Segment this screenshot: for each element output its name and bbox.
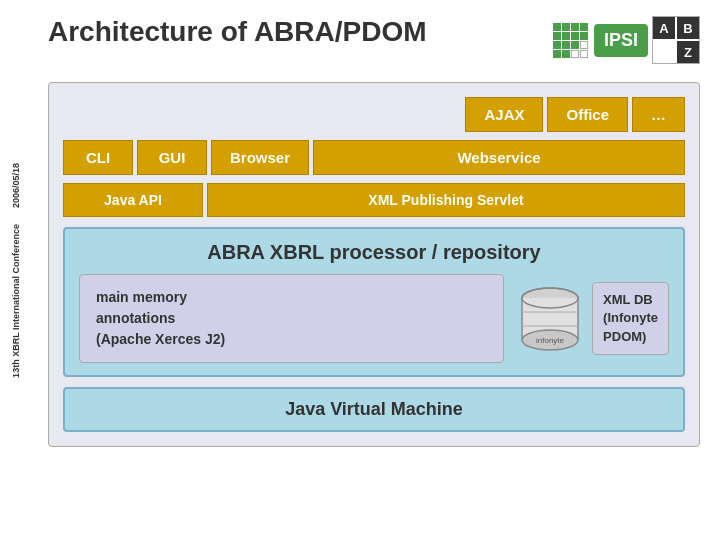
svg-text:infonyte: infonyte: [536, 336, 565, 345]
processor-title: ABRA XBRL processor / repository: [79, 241, 669, 264]
gui-box: GUI: [137, 140, 207, 175]
architecture-diagram: AJAX Office … CLI GUI Browser Webservice…: [48, 82, 700, 447]
java-api-box: Java API: [63, 183, 203, 217]
sidebar: 2006/05/18 13th XBRL International Confe…: [0, 0, 32, 540]
memory-box: main memoryannotations(Apache Xerces J2): [79, 274, 504, 363]
ipsi-grid-icon: [553, 23, 588, 58]
top-clients-row: AJAX Office …: [63, 97, 685, 132]
sidebar-conference: 13th XBRL International Conference: [11, 224, 21, 378]
sidebar-date: 2006/05/18: [11, 163, 21, 208]
abz-cell-empty: [653, 41, 675, 63]
jvm-box: Java Virtual Machine: [63, 387, 685, 432]
database-cylinder-icon: infonyte: [518, 284, 582, 354]
ipsi-logo: IPSI: [594, 24, 648, 57]
xml-db-box: XML DB(InfonytePDOM): [592, 282, 669, 355]
header: Architecture of ABRA/PDOM IPSI A: [48, 16, 700, 64]
dots-box: …: [632, 97, 685, 132]
processor-box: ABRA XBRL processor / repository main me…: [63, 227, 685, 377]
db-area: infonyte XML DB(InfonytePDOM): [518, 282, 669, 355]
cli-box: CLI: [63, 140, 133, 175]
api-row: Java API XML Publishing Servlet: [63, 183, 685, 217]
processor-inner: main memoryannotations(Apache Xerces J2): [79, 274, 669, 363]
main-content: Architecture of ABRA/PDOM IPSI A: [32, 0, 720, 540]
abz-logo: A B Z: [652, 16, 700, 64]
browser-box: Browser: [211, 140, 309, 175]
client-row: CLI GUI Browser Webservice: [63, 140, 685, 175]
abz-letter-a: A: [653, 17, 675, 39]
page-title: Architecture of ABRA/PDOM: [48, 16, 427, 48]
abz-letter-z: Z: [677, 41, 699, 63]
logo-area: IPSI A B Z: [553, 16, 700, 64]
abz-letter-b: B: [677, 17, 699, 39]
webservice-box: Webservice: [313, 140, 685, 175]
office-box: Office: [547, 97, 628, 132]
xml-servlet-box: XML Publishing Servlet: [207, 183, 685, 217]
ajax-box: AJAX: [465, 97, 543, 132]
